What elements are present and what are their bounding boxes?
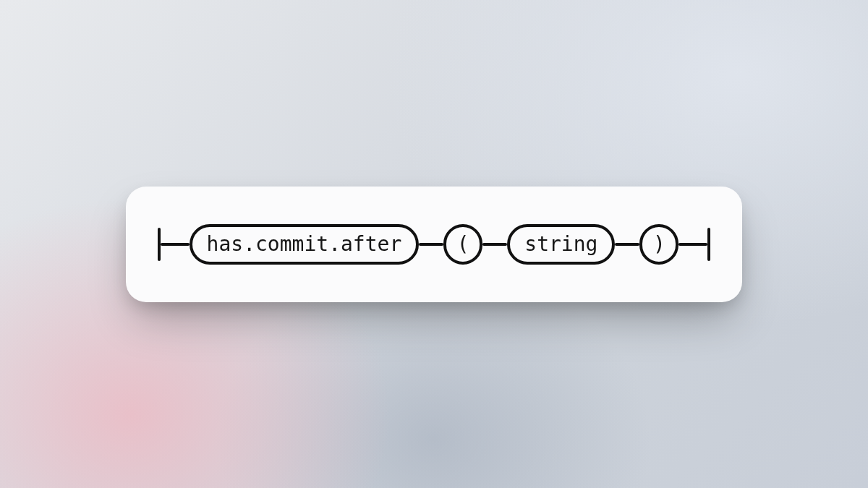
rail-segment <box>161 243 190 246</box>
node-argument: string <box>507 224 615 265</box>
rail-segment <box>615 243 639 246</box>
railroad-track: has.commit.after ( string ) <box>158 224 711 265</box>
rail-segment <box>482 243 507 246</box>
node-open-paren-label: ( <box>457 234 469 254</box>
node-keyword: has.commit.after <box>190 224 420 265</box>
start-cap <box>158 228 161 261</box>
end-cap <box>707 228 710 261</box>
node-argument-label: string <box>524 234 597 254</box>
diagram-card: has.commit.after ( string ) <box>126 187 743 302</box>
node-close-paren-label: ) <box>653 234 665 254</box>
node-keyword-label: has.commit.after <box>207 234 402 254</box>
node-close-paren: ) <box>639 224 678 265</box>
rail-segment <box>678 243 707 246</box>
node-open-paren: ( <box>443 224 482 265</box>
rail-segment <box>419 243 443 246</box>
